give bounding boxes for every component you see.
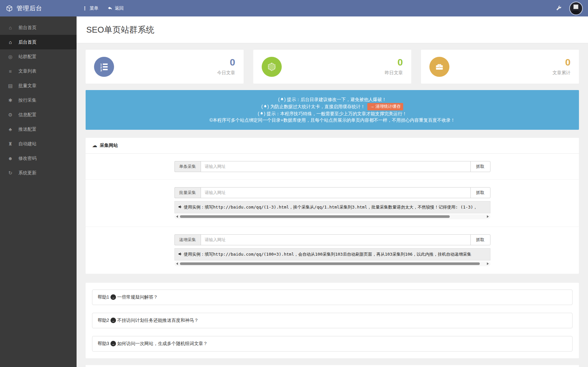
bell-icon <box>261 103 269 110</box>
top-header: 管理后台 ⋮ 菜单 返回 <box>0 0 588 16</box>
increment-collect-url-input[interactable] <box>201 234 471 245</box>
notice-line-3: 提示：本程序技巧特殊，一般需要至少上万的文章才能支撑完美运行！ <box>89 110 576 117</box>
scrollbar-thumb[interactable] <box>180 262 480 265</box>
gear-icon: ⚙ <box>7 112 14 118</box>
collect-panel-header: ☁ 采集网站 <box>86 138 579 154</box>
stat-value: 0 <box>217 57 235 67</box>
help-prefix: 帮助1 <box>98 294 109 300</box>
page-title: SEO单页站群系统 <box>77 16 588 43</box>
scroll-right-arrow[interactable] <box>487 262 489 265</box>
batch-collect-help: 使用实例：填写http://baidu.com/qq/(1-3).html，挨个… <box>174 201 490 213</box>
stats-row: 123 0 今日文章 0 昨日文章 <box>86 50 579 84</box>
cloud-icon: ☁ <box>92 143 97 148</box>
sidebar-item-line-collect[interactable]: ✱ 按行采集 <box>0 93 77 107</box>
home-icon: ⌂ <box>7 25 14 30</box>
clean-stats-cache-button[interactable]: → 清理统计缓存 <box>367 103 403 110</box>
refresh-icon: ↻ <box>7 170 14 176</box>
globe-icon: ◎ <box>7 54 14 60</box>
sidebar-item-system-update[interactable]: ↻ 系统更新 <box>0 166 77 180</box>
notice-text: ©本程序可多个站点绑定同一个目录+数据库使用，且每个站点所展示的单页内容都不一样… <box>209 117 455 124</box>
app-title: 管理后台 <box>16 4 42 13</box>
sidebar-item-label: 自动建站 <box>18 141 37 147</box>
vertical-dots-icon: ⋮ <box>82 6 87 11</box>
sidebar-item-label: 信息配置 <box>18 112 37 118</box>
sidebar-item-front-home[interactable]: ⌂ 前台首页 <box>0 20 77 35</box>
svg-text:3: 3 <box>100 68 102 71</box>
batch-collect-url-input[interactable] <box>201 187 471 198</box>
sidebar-item-push-config[interactable]: ♣ 推送配置 <box>0 122 77 137</box>
notice-text: 提示：本程序技巧特殊，一般需要至少上万的文章才能支撑完美运行！ <box>267 110 407 117</box>
sidebar-item-auto-build[interactable]: ♜ 自动建站 <box>0 137 77 151</box>
sidebar-item-batch-articles[interactable]: ▤ 批量文章 <box>0 78 77 93</box>
reply-arrow-icon <box>108 6 112 11</box>
briefcase-icon <box>429 57 449 77</box>
paw-icon: ♣ <box>7 127 14 132</box>
sidebar-item-article-list[interactable]: ≡ 文章列表 <box>0 64 77 78</box>
user-avatar[interactable] <box>569 2 583 15</box>
horizontal-scrollbar[interactable] <box>174 261 490 266</box>
sidebar-item-label: 按行采集 <box>18 97 37 103</box>
list-icon: ≡ <box>7 68 14 74</box>
help-item-2[interactable]: 帮助2 不挂访问计划任务还能推送百度和神马？ <box>92 313 572 328</box>
cube-icon <box>6 5 13 12</box>
help-prefix: 帮助2 <box>98 318 109 323</box>
horizontal-scrollbar[interactable] <box>174 214 490 219</box>
sidebar-item-label: 前台首页 <box>18 25 37 31</box>
home-icon: ⌂ <box>7 39 14 45</box>
arrow-circle-right-icon <box>110 318 116 323</box>
notice-line-4: ©本程序可多个站点绑定同一个目录+数据库使用，且每个站点所展示的单页内容都不一样… <box>89 117 576 124</box>
scroll-right-arrow[interactable] <box>487 215 489 218</box>
increment-collect-label: 递增采集 <box>174 234 201 245</box>
scroll-left-arrow[interactable] <box>176 215 178 218</box>
single-collect-url-input[interactable] <box>201 161 471 172</box>
help-text: 一些常规疑问解答？ <box>117 294 158 300</box>
help-item-3[interactable]: 帮助3 如何访问一次网站，生成多个随机组词文章？ <box>92 336 572 352</box>
bell-icon <box>258 110 265 117</box>
notice-text: 提示：后台目录建议修改一下，避免被他人爆破！ <box>287 96 386 103</box>
batch-collect-label: 批量采集 <box>174 187 201 198</box>
collect-panel-title: 采集网站 <box>100 143 118 148</box>
menu-toggle[interactable]: ⋮ 菜单 <box>82 5 99 11</box>
ordered-list-icon: 123 <box>94 57 114 77</box>
stat-label: 今日文章 <box>217 70 235 76</box>
sidebar-item-info-config[interactable]: ⚙ 信息配置 <box>0 107 77 122</box>
collect-panel: ☁ 采集网站 单条采集 抓取 批量采集 抓取 <box>86 138 579 274</box>
scrollbar-thumb[interactable] <box>180 215 450 218</box>
megaphone-icon <box>178 252 182 256</box>
batch-collect-row: 批量采集 抓取 使用实例：填写http://baidu.com/qq/(1-3)… <box>86 180 579 227</box>
sidebar-item-label: 修改密码 <box>18 156 37 161</box>
sidebar-item-sitegroup-config[interactable]: ◎ 站群配置 <box>0 49 77 64</box>
back-link[interactable]: 返回 <box>108 5 124 11</box>
sidebar-item-admin-home[interactable]: ⌂ 后台首页 <box>0 35 77 49</box>
wrench-icon[interactable] <box>556 5 562 11</box>
stat-card-total: 0 文章累计 <box>421 50 579 84</box>
user-circle-icon: ☻ <box>7 156 14 161</box>
increment-collect-row: 递增采集 抓取 使用实例：填写http://baidu.com/qq/(100+… <box>86 227 579 274</box>
single-collect-row: 单条采集 抓取 <box>86 154 579 180</box>
notice-text: 为防止数据过大统计太卡，直接启用缓存统计！ <box>270 103 365 110</box>
scroll-left-arrow[interactable] <box>176 262 178 265</box>
stat-card-yesterday: 0 昨日文章 <box>253 50 411 84</box>
sidebar-item-change-password[interactable]: ☻ 修改密码 <box>0 151 77 166</box>
stat-label: 文章累计 <box>552 70 571 76</box>
stat-card-today: 123 0 今日文章 <box>86 50 244 84</box>
sidebar-item-label: 后台首页 <box>18 39 37 45</box>
arrow-right-icon: → <box>370 104 374 109</box>
sidebar-item-label: 系统更新 <box>18 170 37 176</box>
grab-button[interactable]: 抓取 <box>470 187 490 198</box>
menu-label: 菜单 <box>89 5 99 11</box>
help-item-1[interactable]: 帮助1 一些常规疑问解答？ <box>92 290 572 305</box>
sidebar-item-label: 文章列表 <box>18 68 37 74</box>
help-text: 不挂访问计划任务还能推送百度和神马？ <box>117 318 199 323</box>
app-logo[interactable]: 管理后台 <box>0 4 77 13</box>
help-prefix: 帮助3 <box>98 341 109 347</box>
grab-button[interactable]: 抓取 <box>470 161 490 172</box>
sidebar-item-label: 推送配置 <box>18 127 37 132</box>
sidebar-item-label: 批量文章 <box>18 83 37 89</box>
grab-button[interactable]: 抓取 <box>470 234 490 245</box>
sidebar-nav: ⌂ 前台首页 ⌂ 后台首页 ◎ 站群配置 ≡ 文章列表 ▤ 批量文章 ✱ 按行采… <box>0 16 77 367</box>
back-label: 返回 <box>115 5 124 11</box>
stat-value: 0 <box>385 57 403 67</box>
help-panel: 帮助1 一些常规疑问解答？ 帮助2 不挂访问计划任务还能推送百度和神马？ 帮助3… <box>86 283 579 358</box>
notice-banner: 提示：后台目录建议修改一下，避免被他人爆破！ 为防止数据过大统计太卡，直接启用缓… <box>86 90 579 130</box>
